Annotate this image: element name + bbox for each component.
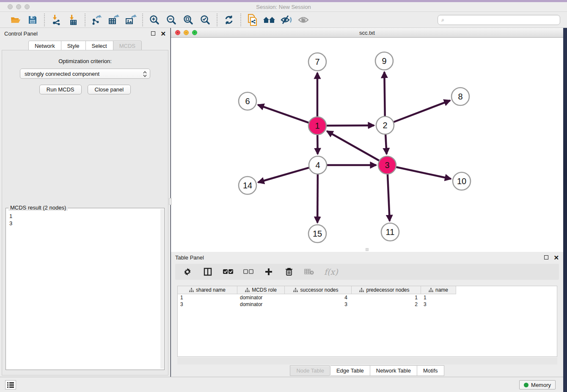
table-cell[interactable]: 1	[421, 294, 456, 301]
run-mcds-button[interactable]: Run MCDS	[39, 85, 82, 94]
toggle-column-icon[interactable]	[202, 266, 213, 277]
sort-hierarchy-icon	[245, 288, 250, 292]
network-file-title: scc.txt	[171, 30, 563, 36]
edge-3-11[interactable]	[388, 174, 390, 221]
edge-2-9[interactable]	[384, 72, 385, 116]
node-label-9: 9	[382, 56, 386, 66]
float-panel-icon[interactable]	[151, 31, 155, 36]
close-panel-icon[interactable]: ✕	[160, 30, 166, 37]
network-window-titlebar[interactable]: × − + scc.txt	[171, 28, 563, 38]
table-float-panel-icon[interactable]	[544, 255, 548, 259]
node-table-header: shared nameMCDS rolesuccessor nodesprede…	[178, 286, 557, 294]
function-builder-icon[interactable]: f(x)	[324, 267, 338, 276]
node-label-10: 10	[457, 177, 466, 186]
search-box[interactable]: ⌕	[438, 15, 560, 25]
status-bar: Memory	[0, 377, 563, 392]
node-label-6: 6	[245, 97, 250, 106]
add-column-icon[interactable]	[263, 266, 274, 277]
edge-1-2[interactable]	[326, 125, 374, 126]
column-header-successor-nodes[interactable]: successor nodes	[285, 286, 352, 294]
deselect-all-checkboxes-icon[interactable]	[243, 266, 254, 277]
titlebar[interactable]: Session: New Session	[0, 2, 567, 12]
edge-3-10[interactable]	[396, 167, 451, 179]
mcds-panel: Optimization criterion: strongly connect…	[2, 50, 168, 375]
column-header-MCDS-role[interactable]: MCDS role	[237, 286, 285, 294]
zoom-out-icon[interactable]	[164, 14, 179, 26]
tab-network-table[interactable]: Network Table	[370, 365, 417, 376]
hide-selected-eye-icon[interactable]	[279, 14, 294, 26]
node-label-3: 3	[385, 160, 389, 170]
edge-2-8[interactable]	[394, 100, 450, 122]
show-hidden-eye-icon[interactable]	[296, 14, 311, 26]
show-panels-list-button[interactable]	[5, 380, 16, 389]
node-label-8: 8	[458, 92, 462, 101]
table-hscroll[interactable]	[177, 358, 557, 364]
table-cell[interactable]: 1	[352, 294, 421, 301]
node-table-body: 1dominator4113dominator323	[178, 294, 557, 308]
table-cell[interactable]: 2	[352, 301, 421, 308]
edge-4-14[interactable]	[258, 168, 309, 182]
splitter-grip-horizontal[interactable]	[366, 248, 369, 251]
settings-gear-icon[interactable]	[182, 266, 193, 277]
export-image-icon[interactable]	[124, 14, 138, 26]
select-all-checkboxes-icon[interactable]	[223, 266, 234, 277]
first-neighbors-icon[interactable]	[262, 14, 277, 26]
zoom-selected-icon[interactable]	[198, 14, 212, 26]
criterion-dropdown[interactable]: strongly connected component	[20, 69, 150, 79]
mcds-result-item: 3	[9, 220, 157, 227]
edge-3-1[interactable]	[327, 131, 380, 161]
main-toolbar: ⌕	[0, 12, 567, 28]
node-label-2: 2	[383, 121, 387, 130]
table-close-panel-icon[interactable]: ✕	[553, 254, 559, 261]
table-cell[interactable]: dominator	[237, 294, 285, 301]
import-network-icon[interactable]	[49, 14, 63, 26]
table-row[interactable]: 3dominator323	[178, 301, 557, 308]
table-cell[interactable]: dominator	[237, 301, 285, 308]
close-panel-button[interactable]: Close panel	[88, 85, 131, 94]
save-icon[interactable]	[25, 14, 40, 26]
export-table-icon[interactable]	[107, 14, 121, 26]
delete-column-trash-icon[interactable]	[284, 266, 295, 277]
refresh-icon[interactable]	[222, 14, 236, 26]
table-cell[interactable]: 3	[178, 301, 237, 308]
tab-node-table[interactable]: Node Table	[290, 365, 330, 376]
mcds-result-list[interactable]: 13	[6, 209, 160, 370]
table-cell[interactable]: 3	[421, 301, 456, 308]
table-panel-title: Table Panel	[175, 254, 204, 261]
network-graph[interactable]: 7968124314101511	[171, 38, 563, 252]
column-header-predecessor-nodes[interactable]: predecessor nodes	[352, 286, 421, 294]
edge-2-3[interactable]	[385, 134, 387, 154]
tab-edge-table[interactable]: Edge Table	[330, 365, 370, 376]
table-cell[interactable]: 4	[285, 294, 352, 301]
splitter-grip-vertical[interactable]	[169, 198, 172, 205]
zoom-in-icon[interactable]	[147, 14, 162, 26]
column-header-name[interactable]: name	[421, 286, 456, 294]
table-tabs: Node TableEdge TableNetwork TableMotifs	[290, 365, 444, 376]
sort-hierarchy-icon	[293, 288, 298, 292]
edge-4-15[interactable]	[317, 174, 318, 223]
column-header-shared-name[interactable]: shared name	[178, 286, 237, 294]
search-icon: ⌕	[441, 17, 444, 23]
mcds-result-box: MCDS result (2 nodes) 13	[6, 208, 165, 370]
import-table-icon[interactable]	[66, 14, 80, 26]
export-network-icon[interactable]	[90, 14, 104, 26]
node-label-11: 11	[386, 227, 395, 237]
dropdown-stepper-icon	[142, 71, 148, 77]
node-label-4: 4	[315, 160, 320, 170]
zoom-fit-icon[interactable]	[181, 14, 195, 26]
mcds-result-scrollbar[interactable]	[160, 209, 164, 369]
table-cell[interactable]: 3	[285, 301, 352, 308]
table-row[interactable]: 1dominator411	[178, 294, 557, 301]
delete-table-icon[interactable]	[304, 266, 315, 277]
criterion-dropdown-value: strongly connected component	[25, 71, 99, 77]
search-input[interactable]	[446, 17, 556, 23]
table-panel: Table Panel ✕	[171, 252, 563, 377]
memory-button[interactable]: Memory	[519, 380, 556, 389]
sort-hierarchy-icon	[189, 288, 194, 292]
tab-motifs[interactable]: Motifs	[417, 365, 444, 376]
table-cell[interactable]: 1	[178, 294, 237, 301]
sort-hierarchy-icon	[429, 288, 433, 292]
open-folder-icon[interactable]	[8, 14, 23, 26]
edge-1-6[interactable]	[258, 105, 309, 123]
clone-network-icon[interactable]	[245, 14, 260, 26]
